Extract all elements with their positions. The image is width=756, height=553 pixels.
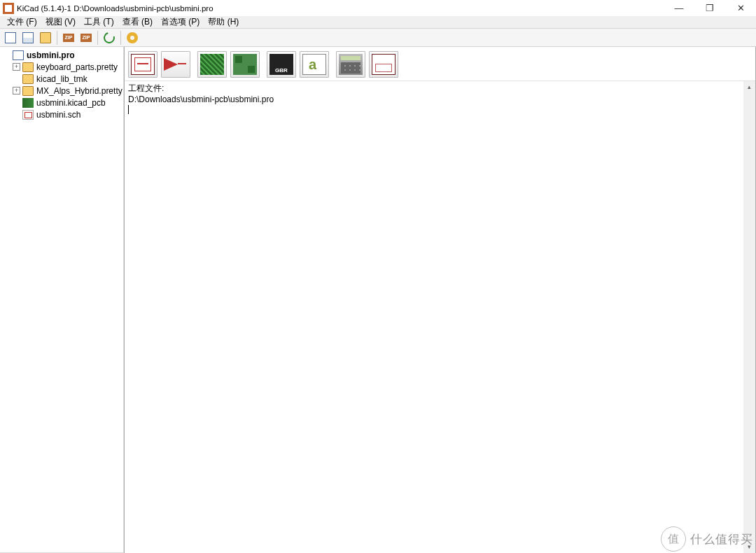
kicad-app-icon: [3, 3, 14, 14]
menu-tools[interactable]: 工具 (T): [80, 16, 118, 28]
open-project-button[interactable]: [38, 30, 53, 46]
toolbar-separator: [57, 31, 57, 45]
unzip-icon: ZIP: [80, 34, 92, 42]
tree-item-label: kicad_lib_tmk: [36, 74, 88, 84]
menu-bar: 文件 (F) 视图 (V) 工具 (T) 查看 (B) 首选项 (P) 帮助 (…: [0, 16, 756, 29]
calculator-icon: [339, 54, 363, 75]
launcher-group-misc: [336, 51, 398, 78]
info-heading: 工程文件:: [128, 83, 752, 94]
pcb-editor-icon: [200, 54, 224, 75]
menu-view[interactable]: 视图 (V): [41, 16, 80, 28]
menu-help[interactable]: 帮助 (H): [204, 16, 243, 28]
template-icon: [22, 32, 34, 43]
watermark: 值 什么值得买: [661, 526, 753, 552]
toolbar-separator: [97, 31, 98, 45]
gerber-viewer-button[interactable]: GBR: [267, 51, 296, 78]
minimize-button[interactable]: —: [664, 0, 694, 16]
tree-item[interactable]: kicad_lib_tmk: [0, 73, 124, 85]
unarchive-project-button[interactable]: ZIP: [78, 30, 94, 46]
expand-placeholder: [13, 111, 20, 118]
window-title: KiCad (5.1.4)-1 D:\Downloads\usbmini-pcb…: [17, 4, 664, 13]
preferences-button[interactable]: [125, 30, 140, 46]
close-button[interactable]: ✕: [725, 0, 756, 16]
pcb-editor-button[interactable]: [197, 51, 227, 78]
info-path: D:\Downloads\usbmini-pcb\usbmini.pro: [128, 94, 752, 104]
new-project-icon: [5, 32, 16, 43]
refresh-icon: [102, 30, 117, 46]
menu-preferences[interactable]: 首选项 (P): [157, 16, 204, 28]
vertical-scrollbar[interactable]: ▴ ▾: [743, 81, 755, 553]
tree-item-label: usbmini.kicad_pcb: [36, 98, 106, 108]
tree-item[interactable]: usbmini.kicad_pcb: [0, 97, 124, 108]
gerber-viewer-icon: GBR: [270, 54, 293, 75]
bitmap-converter-button[interactable]: [300, 51, 329, 78]
archive-project-button[interactable]: ZIP: [61, 30, 76, 46]
schematic-editor-button[interactable]: [128, 51, 158, 78]
folder-icon: [22, 62, 34, 72]
text-cursor: [128, 105, 129, 114]
refresh-button[interactable]: [102, 30, 117, 46]
tree-item[interactable]: + MX_Alps_Hybrid.pretty: [0, 85, 124, 97]
project-tree-panel: usbmini.pro + keyboard_parts.pretty kica…: [0, 47, 125, 553]
zip-icon: ZIP: [63, 34, 74, 42]
tree-item-label: MX_Alps_Hybrid.pretty: [36, 86, 122, 96]
folder-icon: [22, 86, 34, 96]
info-message-pane[interactable]: 工程文件: D:\Downloads\usbmini-pcb\usbmini.p…: [125, 80, 755, 553]
main-area: GBR 工程文件: D:\Downloads\usbmini-pcb\usbmi…: [125, 47, 756, 553]
folder-open-icon: [40, 32, 51, 43]
launcher-toolbar: GBR: [125, 47, 755, 79]
tree-item[interactable]: + keyboard_parts.pretty: [0, 61, 124, 73]
new-project-button[interactable]: [3, 30, 18, 46]
symbol-editor-icon: [164, 54, 188, 75]
pcb-file-icon: [22, 98, 34, 108]
project-icon: [13, 50, 24, 60]
main-toolbar: ZIP ZIP: [0, 29, 756, 47]
toolbar-separator: [120, 31, 121, 45]
bitmap-converter-icon: [302, 54, 326, 75]
menu-file[interactable]: 文件 (F): [3, 16, 41, 28]
footprint-editor-button[interactable]: [230, 51, 260, 78]
expand-toggle[interactable]: +: [13, 87, 20, 94]
expand-toggle[interactable]: +: [13, 63, 20, 71]
expand-placeholder: [13, 75, 20, 83]
folder-icon: [22, 74, 34, 84]
symbol-editor-button[interactable]: [161, 51, 190, 78]
launcher-group-schematic: [128, 51, 190, 78]
footprint-editor-icon: [233, 54, 257, 75]
project-tree[interactable]: usbmini.pro + keyboard_parts.pretty kica…: [0, 47, 124, 122]
workspace: usbmini.pro + keyboard_parts.pretty kica…: [0, 47, 756, 553]
tree-root-label: usbmini.pro: [27, 50, 75, 60]
scroll-up-icon[interactable]: ▴: [743, 81, 755, 93]
new-from-template-button[interactable]: [20, 30, 36, 46]
maximize-button[interactable]: ❐: [694, 0, 725, 16]
window-controls: — ❐ ✕: [664, 0, 756, 16]
gear-icon: [127, 32, 138, 43]
expand-placeholder: [3, 51, 10, 59]
schematic-file-icon: [22, 110, 34, 120]
page-layout-icon: [372, 54, 396, 75]
watermark-text: 什么值得买: [690, 531, 753, 547]
launcher-group-tools: GBR: [267, 51, 329, 78]
menu-browse[interactable]: 查看 (B): [118, 16, 157, 28]
expand-placeholder: [13, 99, 20, 106]
tree-root[interactable]: usbmini.pro: [0, 49, 124, 61]
tree-item[interactable]: usbmini.sch: [0, 108, 124, 120]
launcher-group-pcb: [197, 51, 260, 78]
schematic-editor-icon: [131, 54, 155, 75]
title-bar: KiCad (5.1.4)-1 D:\Downloads\usbmini-pcb…: [0, 0, 756, 16]
calculator-button[interactable]: [336, 51, 365, 78]
tree-item-label: keyboard_parts.pretty: [36, 62, 118, 72]
page-layout-button[interactable]: [369, 51, 398, 78]
watermark-logo-icon: 值: [661, 526, 686, 552]
tree-item-label: usbmini.sch: [36, 110, 80, 120]
